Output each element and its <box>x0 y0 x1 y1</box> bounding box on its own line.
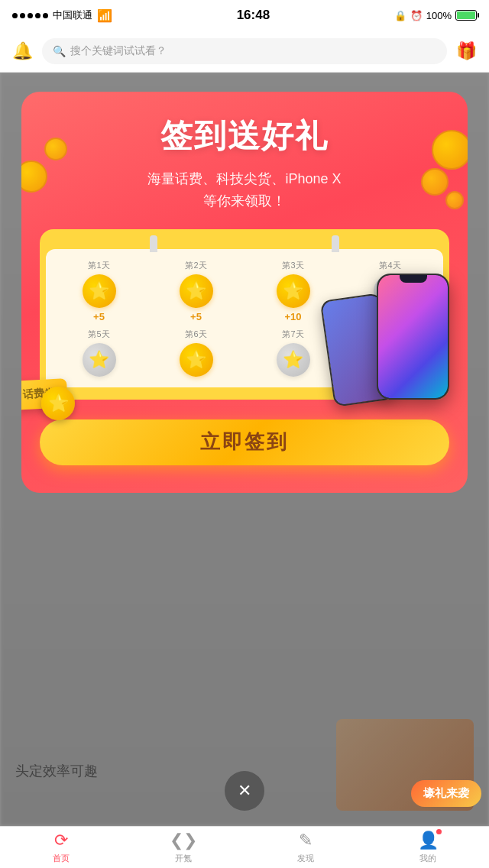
status-time: 16:48 <box>237 8 270 23</box>
day-label-6: 第6天 <box>185 329 206 340</box>
coin-decoration-4 <box>421 168 449 196</box>
coin-decoration-3 <box>432 130 468 170</box>
notification-bell-icon[interactable]: 🔔 <box>12 41 33 61</box>
home-label: 首页 <box>53 853 70 864</box>
iphone-prize-area <box>331 270 453 407</box>
battery-icon <box>455 10 477 21</box>
status-left: 中国联通 📶 <box>12 8 112 23</box>
nav-item-mine[interactable]: 👤 我的 <box>367 831 489 864</box>
search-bar[interactable]: 🔍 搜个关键词试试看？ <box>42 38 447 64</box>
modal-subtitle: 海量话费、科技尖货、iPhone X等你来领取！ <box>40 168 449 212</box>
day-star-2: ⭐ <box>180 274 213 308</box>
day-item-1: 第1天 ⭐ +5 <box>53 260 144 322</box>
promo-badge[interactable]: 壕礼来袭 <box>411 780 481 807</box>
day-star-7: ⭐ <box>277 343 310 377</box>
nav-item-home[interactable]: ⟳ 首页 <box>0 831 122 864</box>
day-points-3: +10 <box>284 311 301 322</box>
nav-item-kaike[interactable]: ❮❯ 开氪 <box>122 831 244 864</box>
mine-label: 我的 <box>419 853 436 864</box>
day-points-2: +5 <box>190 311 202 322</box>
status-bar: 中国联通 📶 16:48 🔒 ⏰ 100% <box>0 0 489 31</box>
coin-decoration-5 <box>445 191 464 209</box>
iphone-notch <box>400 275 427 283</box>
battery-percent: 100% <box>426 10 452 21</box>
day-item-5: 第5天 ⭐ <box>53 329 144 380</box>
day-item-6: 第6天 ⭐ <box>151 329 241 380</box>
bottom-navigation: ⟳ 首页 ❮❯ 开氪 ✎ 发现 👤 我的 <box>0 826 489 868</box>
wifi-icon: 📶 <box>97 8 112 23</box>
nav-bar: 🔔 🔍 搜个关键词试试看？ 🎁 <box>0 31 489 73</box>
day-star-3: ⭐ <box>277 274 310 308</box>
day-star-5: ⭐ <box>83 343 116 377</box>
status-right: 🔒 ⏰ 100% <box>394 10 477 21</box>
day-star-6: ⭐ <box>180 343 213 377</box>
close-modal-button[interactable]: ✕ <box>225 771 264 811</box>
gift-icon[interactable]: 🎁 <box>456 41 477 61</box>
ticket-star: ⭐ <box>41 387 75 420</box>
day-label-5: 第5天 <box>88 329 109 340</box>
discover-icon: ✎ <box>299 831 313 850</box>
modal-title: 签到送好礼 <box>40 115 449 157</box>
day-star-1: ⭐ <box>83 274 116 308</box>
day-label-3: 第3天 <box>282 260 303 271</box>
checkin-button[interactable]: 立即签到 <box>40 419 449 465</box>
nav-item-discover[interactable]: ✎ 发现 <box>244 831 367 864</box>
iphone-device-front <box>377 274 449 400</box>
calendar-clip-right <box>332 235 339 252</box>
carrier-label: 中国联通 <box>53 8 92 22</box>
calendar-card: 第1天 ⭐ +5 第2天 ⭐ +5 第3天 ⭐ +10 第 <box>40 229 449 400</box>
kaike-icon: ❮❯ <box>170 831 197 850</box>
search-icon: 🔍 <box>53 45 66 57</box>
checkin-modal: 签到送好礼 海量话费、科技尖货、iPhone X等你来领取！ 第1天 ⭐ +5 … <box>21 92 468 493</box>
alarm-icon: ⏰ <box>410 10 423 21</box>
day-item-2: 第2天 ⭐ +5 <box>151 260 241 322</box>
kaike-label: 开氪 <box>175 853 192 864</box>
day-label-2: 第2天 <box>185 260 206 271</box>
mine-icon: 👤 <box>418 831 439 850</box>
coin-decoration-2 <box>44 138 67 160</box>
calendar-clip-left <box>150 235 157 252</box>
signal-dots <box>12 13 48 18</box>
discover-label: 发现 <box>297 853 314 864</box>
lock-icon: 🔒 <box>394 10 406 21</box>
home-icon: ⟳ <box>54 831 68 850</box>
day-label-7: 第7天 <box>282 329 303 340</box>
day-label-1: 第1天 <box>88 260 109 271</box>
search-placeholder: 搜个关键词试试看？ <box>70 44 167 58</box>
day-points-1: +5 <box>93 311 105 322</box>
